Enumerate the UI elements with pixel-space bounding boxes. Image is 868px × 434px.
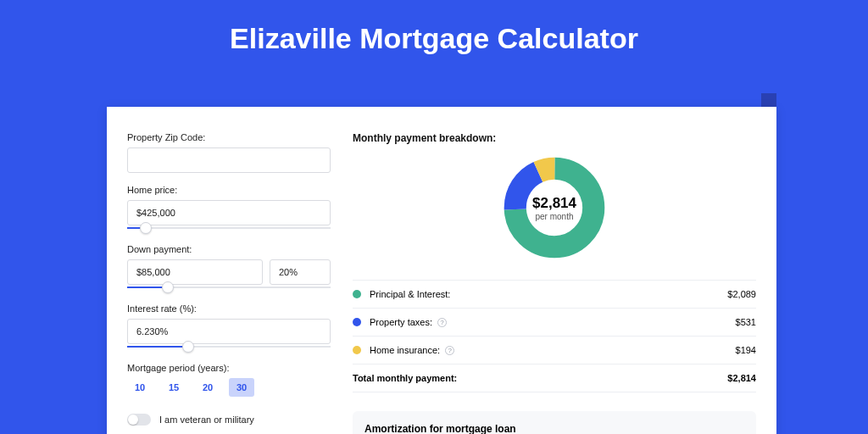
results-panel: Monthly payment breakdown: $2,814 per mo… xyxy=(353,132,756,434)
down-payment-group: Down payment: 20% xyxy=(127,244,331,292)
zip-label: Property Zip Code: xyxy=(127,132,331,142)
home-price-input[interactable] xyxy=(127,200,331,225)
mortgage-period-options: 10152030 xyxy=(127,378,331,397)
down-payment-slider[interactable] xyxy=(127,283,331,292)
breakdown-item: Principal & Interest:$2,089 xyxy=(353,281,756,309)
interest-rate-group: Interest rate (%): xyxy=(127,303,331,351)
amortization-title: Amortization for mortgage loan xyxy=(364,423,744,434)
breakdown-item-label: Principal & Interest: xyxy=(370,289,727,299)
amortization-card: Amortization for mortgage loan Amortizat… xyxy=(353,411,756,434)
breakdown-item: Home insurance:?$194 xyxy=(353,337,756,364)
down-payment-percent[interactable]: 20% xyxy=(270,259,331,285)
breakdown-total-row: Total monthly payment:$2,814 xyxy=(353,364,756,392)
down-payment-label: Down payment: xyxy=(127,244,331,254)
mortgage-period-group: Mortgage period (years): 10152030 xyxy=(127,363,331,397)
period-option-10[interactable]: 10 xyxy=(127,378,153,397)
zip-group: Property Zip Code: xyxy=(127,132,331,173)
info-icon[interactable]: ? xyxy=(445,346,454,355)
breakdown-item-value: $2,089 xyxy=(727,289,756,299)
legend-dot xyxy=(353,346,361,354)
breakdown-items: Principal & Interest:$2,089Property taxe… xyxy=(353,280,756,392)
home-price-slider[interactable] xyxy=(127,224,331,232)
legend-dot xyxy=(353,290,361,298)
breakdown-title: Monthly payment breakdown: xyxy=(353,132,756,144)
donut-center: $2,814 per month xyxy=(503,156,606,259)
breakdown-item-label: Home insurance:? xyxy=(370,345,736,355)
zip-input[interactable] xyxy=(127,147,331,173)
breakdown-item-label: Property taxes:? xyxy=(370,317,736,327)
mortgage-period-label: Mortgage period (years): xyxy=(127,363,331,373)
info-icon[interactable]: ? xyxy=(437,318,447,327)
breakdown-total-label: Total monthly payment: xyxy=(353,373,727,383)
period-option-20[interactable]: 20 xyxy=(195,378,220,397)
period-option-15[interactable]: 15 xyxy=(161,378,186,397)
veteran-label: I am veteran or military xyxy=(159,415,254,425)
donut-chart-wrap: $2,814 per month xyxy=(353,156,756,259)
home-price-group: Home price: xyxy=(127,185,331,232)
input-panel: Property Zip Code: Home price: Down paym… xyxy=(127,132,331,434)
interest-rate-label: Interest rate (%): xyxy=(127,303,331,314)
donut-chart: $2,814 per month xyxy=(503,156,606,259)
breakdown-total-value: $2,814 xyxy=(727,373,756,383)
breakdown-item: Property taxes:?$531 xyxy=(353,309,756,337)
period-option-30[interactable]: 30 xyxy=(229,378,254,397)
donut-sublabel: per month xyxy=(535,212,573,221)
breakdown-item-value: $194 xyxy=(736,345,756,355)
veteran-toggle[interactable] xyxy=(127,414,151,426)
down-payment-input[interactable] xyxy=(127,259,263,285)
breakdown-item-value: $531 xyxy=(736,317,756,327)
interest-rate-slider[interactable] xyxy=(127,342,331,351)
interest-rate-input[interactable] xyxy=(127,319,331,344)
veteran-toggle-row: I am veteran or military xyxy=(127,414,331,426)
page-title: Elizaville Mortgage Calculator xyxy=(0,0,868,74)
donut-value: $2,814 xyxy=(532,195,576,212)
calculator-card: Property Zip Code: Home price: Down paym… xyxy=(107,107,776,434)
home-price-label: Home price: xyxy=(127,185,331,195)
legend-dot xyxy=(353,318,361,326)
